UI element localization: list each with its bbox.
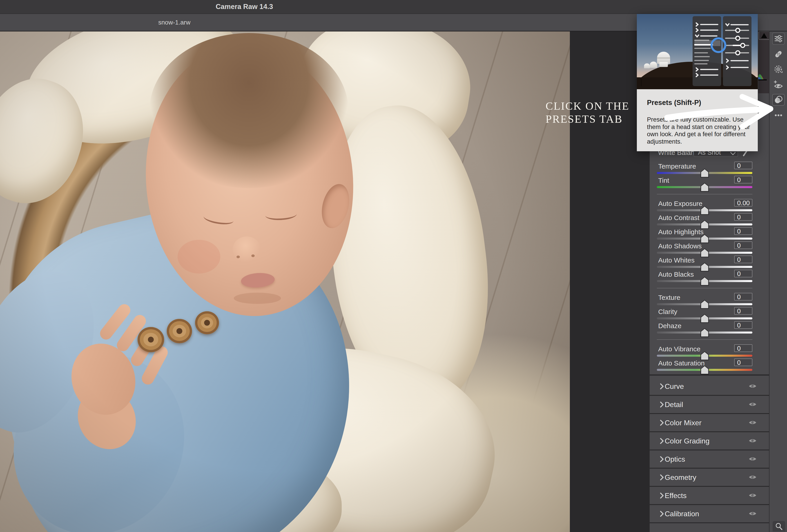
slider-thumb[interactable]: [700, 351, 709, 360]
coach-card-illustration: [637, 14, 758, 89]
slider-value-field[interactable]: 0: [734, 176, 752, 184]
observatory-dome: [650, 62, 657, 68]
section-geometry[interactable]: Geometry: [650, 469, 769, 487]
coach-card-title: Presets (Shift-P): [647, 99, 758, 107]
presets-tool[interactable]: [772, 94, 785, 106]
slider-track[interactable]: [657, 186, 752, 188]
slider-thumb[interactable]: [700, 314, 709, 323]
shadow-clipping-indicator[interactable]: [759, 31, 769, 40]
slider-value-field[interactable]: 0: [734, 241, 752, 249]
caption-line-2: PRESETS TAB: [546, 113, 630, 126]
group-divider: [657, 194, 752, 194]
section-label: Effects: [665, 491, 686, 499]
observatory-dome: [644, 63, 650, 68]
slider-value-field[interactable]: 0: [734, 344, 752, 352]
eye-visibility-icon[interactable]: [748, 511, 757, 516]
eye-visibility-icon[interactable]: [748, 438, 757, 443]
slider-value-field[interactable]: 0: [734, 321, 752, 329]
slider-thumb[interactable]: [700, 300, 709, 309]
chevron-right-icon: [658, 383, 664, 389]
group-divider: [657, 339, 752, 340]
slider-thumb[interactable]: [700, 169, 709, 177]
section-detail[interactable]: Detail: [650, 396, 769, 414]
eye-visibility-icon[interactable]: [748, 420, 757, 425]
filename-tab[interactable]: snow-1.arw: [158, 19, 190, 26]
window-title: Camera Raw 14.3: [216, 3, 273, 11]
slider-track[interactable]: [657, 252, 752, 254]
slider-label: Texture: [658, 294, 680, 301]
section-optics[interactable]: Optics: [650, 450, 769, 469]
slider-value-field[interactable]: 0: [734, 359, 752, 366]
slider-value-field[interactable]: 0: [734, 307, 752, 315]
slider-label: Auto Blacks: [658, 271, 694, 278]
slider-track[interactable]: [657, 332, 752, 334]
eye-visibility-icon[interactable]: [748, 474, 757, 480]
slider-label: Auto Saturation: [658, 359, 705, 367]
healing-tool[interactable]: [773, 49, 784, 60]
slider-value-field[interactable]: 0: [734, 270, 752, 277]
slider-track[interactable]: [657, 266, 752, 268]
slider-label: Auto Whites: [658, 256, 695, 264]
presets-coach-card: Presets (Shift-P) Presets are fully cust…: [637, 14, 758, 151]
eye-visibility-icon[interactable]: [748, 493, 757, 498]
chevron-right-icon: [658, 492, 664, 499]
section-color-grading[interactable]: Color Grading: [650, 432, 769, 450]
chevron-right-icon: [658, 438, 664, 444]
mock-panel-sliders: [723, 16, 751, 86]
red-eye-tool[interactable]: [773, 79, 784, 90]
slider-row: Auto Blacks 0: [657, 271, 752, 285]
slider-track[interactable]: [657, 224, 752, 226]
slider-thumb[interactable]: [700, 277, 709, 286]
slider-value-field[interactable]: 0: [734, 227, 752, 235]
power-pole: [641, 79, 642, 86]
slider-track[interactable]: [657, 369, 752, 371]
section-calibration[interactable]: Calibration: [650, 505, 769, 523]
slider-value-field[interactable]: 0: [734, 213, 752, 221]
slider-row: Dehaze 0: [657, 322, 752, 336]
eye-visibility-icon[interactable]: [748, 402, 757, 407]
slider-track[interactable]: [657, 172, 752, 174]
slider-label: Tint: [658, 177, 669, 184]
section-color-mixer[interactable]: Color Mixer: [650, 414, 769, 432]
slider-row: Auto Whites 0: [657, 256, 752, 271]
slider-row: Auto Vibrance 0: [657, 345, 752, 359]
slider-track[interactable]: [657, 303, 752, 305]
slider-value-field[interactable]: 0: [734, 256, 752, 263]
slider-row: Auto Saturation 0: [657, 359, 752, 374]
slider-row: Texture 0: [657, 294, 752, 308]
slider-track[interactable]: [657, 238, 752, 240]
clipping-triangle-icon: [761, 33, 767, 38]
section-effects[interactable]: Effects: [650, 487, 769, 505]
highlight-circle: [710, 37, 726, 53]
slider-track[interactable]: [657, 317, 752, 319]
slider-track[interactable]: [657, 355, 752, 357]
coach-card-text: Presets (Shift-P) Presets are fully cust…: [637, 89, 758, 151]
slider-value-field[interactable]: 0.00: [734, 199, 752, 207]
section-label: Geometry: [665, 473, 696, 482]
slider-thumb[interactable]: [700, 220, 709, 229]
image-canvas[interactable]: [0, 31, 570, 532]
section-curve[interactable]: Curve: [650, 378, 769, 396]
slider-value-field[interactable]: 0: [734, 162, 752, 169]
tutorial-caption: CLICK ON THE PRESETS TAB: [546, 100, 630, 126]
eye-visibility-icon[interactable]: [748, 456, 757, 462]
slider-row: Auto Shadows 0: [657, 242, 752, 256]
slider-value-field[interactable]: 0: [734, 293, 752, 300]
eye-visibility-icon[interactable]: [748, 383, 757, 389]
slider-thumb[interactable]: [700, 262, 709, 272]
panel-divider: [650, 375, 769, 376]
chevron-right-icon: [658, 474, 664, 481]
masking-tool[interactable]: [773, 64, 784, 75]
slider-track[interactable]: [657, 280, 752, 282]
slider-label: Auto Exposure: [658, 200, 702, 208]
edit-sliders-tool[interactable]: [772, 33, 785, 45]
slider-thumb[interactable]: [700, 328, 709, 337]
slider-label: Dehaze: [658, 322, 681, 330]
slider-label: Auto Highlights: [658, 228, 704, 236]
slider-thumb[interactable]: [700, 183, 709, 192]
histogram[interactable]: [758, 31, 769, 93]
slider-track[interactable]: [657, 209, 752, 211]
basic-sliders: Temperature 0 Tint 0 Auto Exposure 0.00 …: [657, 163, 752, 374]
more-options-icon[interactable]: [773, 110, 784, 121]
zoom-tool[interactable]: [773, 521, 785, 532]
